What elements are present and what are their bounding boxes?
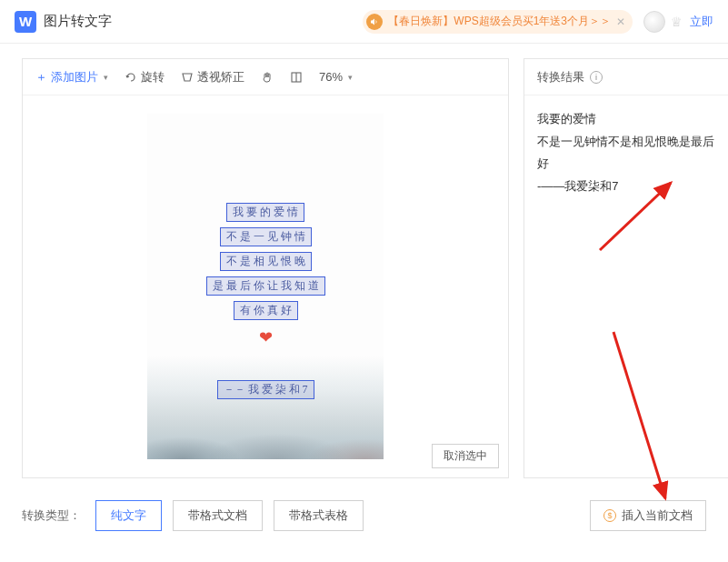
result-text[interactable]: 我要的爱情 不是一见钟情不是相见恨晚是最后 好 -——我爱柒和7 [524,95,728,477]
rotate-button[interactable]: 旋转 [125,69,165,85]
login-link[interactable]: 立即 [690,14,713,30]
heart-icon: ❤ [259,327,273,347]
ocr-box[interactable]: 是 最 后 你 让 我 知 道 [206,276,325,296]
rotate-label: 旋转 [141,69,165,85]
ocr-box[interactable]: 不 是 相 见 恨 晚 [220,252,312,271]
promo-text: 【春日焕新】WPS超级会员买1年送3个月＞＞ [388,14,611,29]
result-line: 不是一见钟情不是相见恨晚是最后 [537,131,715,154]
speaker-icon [366,14,383,30]
promo-banner[interactable]: 【春日焕新】WPS超级会员买1年送3个月＞＞ ✕ [363,10,633,34]
app-icon: W [15,11,36,33]
insert-document-button[interactable]: $ 插入当前文档 [590,500,706,531]
chevron-down-icon: ▾ [104,73,108,82]
convert-type-label: 转换类型： [22,507,81,524]
ocr-box[interactable]: －－ 我 爱 柒 和 7 [217,380,314,399]
ocr-box[interactable]: 我 要 的 爱 情 [226,203,304,222]
perspective-button[interactable]: 透视矫正 [181,69,244,85]
hand-tool-button[interactable] [261,71,274,84]
cancel-selection-button[interactable]: 取消选中 [432,444,499,468]
rotate-icon [125,71,137,84]
perspective-icon [181,71,194,84]
coin-icon: $ [603,509,616,522]
close-icon[interactable]: ✕ [616,15,625,28]
fit-tool-button[interactable] [290,71,303,84]
formatted-doc-button[interactable]: 带格式文档 [173,500,263,531]
fit-icon [290,71,303,84]
add-image-label: 添加图片 [51,69,98,85]
formatted-table-button[interactable]: 带格式表格 [274,500,364,531]
chevron-down-icon: ▾ [348,73,353,82]
hand-icon [261,71,274,84]
pure-text-button[interactable]: 纯文字 [95,500,162,531]
ocr-box[interactable]: 不 是 一 见 钟 情 [220,227,312,246]
plus-icon: ＋ [35,69,47,85]
perspective-label: 透视矫正 [197,69,244,85]
zoom-dropdown[interactable]: 76% ▾ [319,70,353,84]
result-line: 我要的爱情 [537,108,715,131]
add-image-button[interactable]: ＋ 添加图片 ▾ [35,69,108,85]
result-line: -——我爱柒和7 [537,176,715,198]
info-icon[interactable]: i [590,71,603,84]
page-title: 图片转文字 [44,13,112,30]
zoom-value: 76% [319,70,343,84]
result-line: 好 [537,153,715,176]
insert-label: 插入当前文档 [622,507,693,524]
avatar[interactable] [643,11,665,33]
image-panel: ＋ 添加图片 ▾ 旋转 透视矫正 [22,58,509,478]
ocr-box[interactable]: 有 你 真 好 [234,301,298,320]
source-image[interactable]: 我 要 的 爱 情 不 是 一 见 钟 情 不 是 相 见 恨 晚 是 最 后 … [147,114,384,459]
crown-icon: ♕ [671,15,683,29]
result-panel: 转换结果 i 我要的爱情 不是一见钟情不是相见恨晚是最后 好 -——我爱柒和7 [524,58,728,478]
result-header-label: 转换结果 [537,69,584,85]
